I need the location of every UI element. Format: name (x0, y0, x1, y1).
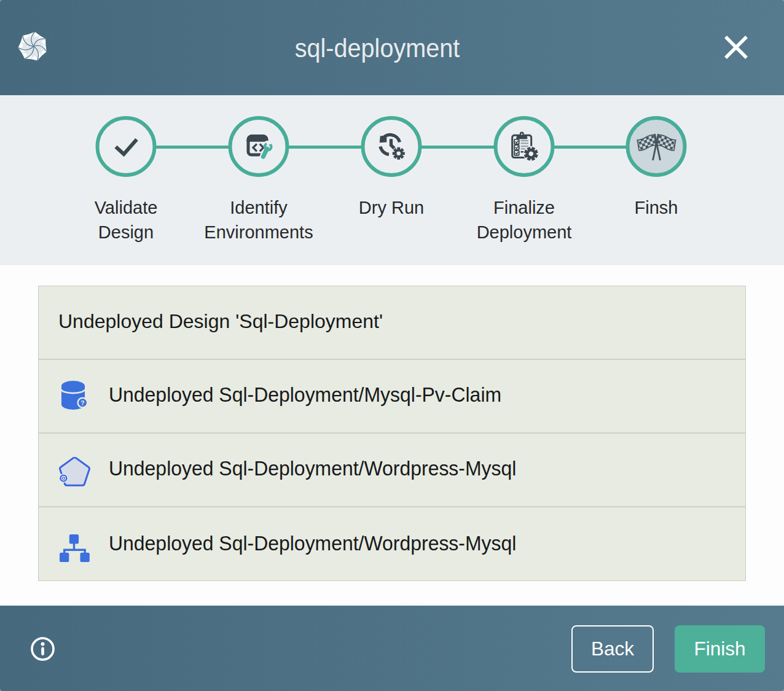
svg-text:?: ? (80, 399, 85, 407)
